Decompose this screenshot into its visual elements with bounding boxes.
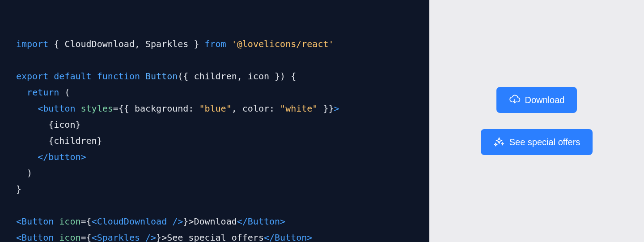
jsx-attr-icon: icon	[59, 232, 80, 242]
open-paren: (	[64, 87, 70, 98]
jsx-button-close: </Button>	[264, 232, 312, 242]
comma: ,	[232, 103, 242, 114]
jsx-children-expr: {children}	[48, 135, 102, 146]
jsx-button-open: <Button	[16, 232, 59, 242]
function-name: Button	[145, 71, 178, 82]
jsx-text-offers: See special offers	[167, 232, 264, 242]
identifier-sparkles: Sparkles	[145, 39, 188, 49]
jsx-expr-close: }}	[318, 103, 334, 114]
sparkles-icon	[493, 136, 505, 148]
jsx-clouddownload-comp: <CloudDownload />	[92, 216, 183, 227]
function-keyword: function	[97, 71, 140, 82]
identifier-clouddownload: CloudDownload	[64, 39, 135, 49]
jsx-tag-button: button	[43, 103, 80, 114]
close-brace: }	[16, 184, 21, 194]
eq-brace: ={	[81, 232, 92, 242]
download-button-label: Download	[525, 95, 565, 105]
default-keyword: default	[54, 71, 91, 82]
css-val-blue: "blue"	[199, 103, 231, 114]
jsx-sparkles-comp: <Sparkles />	[92, 232, 157, 242]
comma: ,	[135, 39, 140, 49]
css-key-color: color	[242, 103, 269, 114]
from-keyword: from	[205, 39, 226, 49]
jsx-close-button: </button>	[38, 151, 86, 162]
colon: :	[269, 103, 280, 114]
jsx-expr-open: ={{	[113, 103, 135, 114]
import-keyword: import	[16, 39, 48, 49]
return-keyword: return	[27, 87, 59, 98]
jsx-attr-styles: styles	[81, 103, 113, 114]
cloud-download-icon	[509, 94, 521, 106]
jsx-lt: <	[38, 103, 43, 114]
close-brace-gt: }>	[156, 232, 167, 242]
special-offers-button-label: See special offers	[509, 137, 580, 147]
jsx-icon-expr: {icon}	[48, 119, 80, 130]
export-keyword: export	[16, 71, 48, 82]
preview-pane: Download See special offers	[429, 0, 644, 242]
jsx-attr-icon: icon	[59, 216, 80, 227]
jsx-button-close: </Button>	[237, 216, 285, 227]
jsx-text-download: Download	[194, 216, 237, 227]
open-brace: {	[54, 39, 59, 49]
download-button[interactable]: Download	[496, 87, 577, 113]
eq-brace: ={	[81, 216, 92, 227]
close-brace-gt: }>	[183, 216, 194, 227]
jsx-gt: >	[334, 103, 339, 114]
package-string: '@lovelicons/react'	[232, 39, 334, 49]
css-val-white: "white"	[280, 103, 318, 114]
jsx-button-open: <Button	[16, 216, 59, 227]
close-brace: }	[194, 39, 199, 49]
params: ({ children, icon }) {	[178, 71, 296, 82]
css-key-background: background	[135, 103, 188, 114]
close-paren: )	[27, 168, 32, 178]
special-offers-button[interactable]: See special offers	[481, 129, 593, 155]
colon: :	[188, 103, 199, 114]
code-pane: import { CloudDownload, Sparkles } from …	[0, 0, 429, 242]
